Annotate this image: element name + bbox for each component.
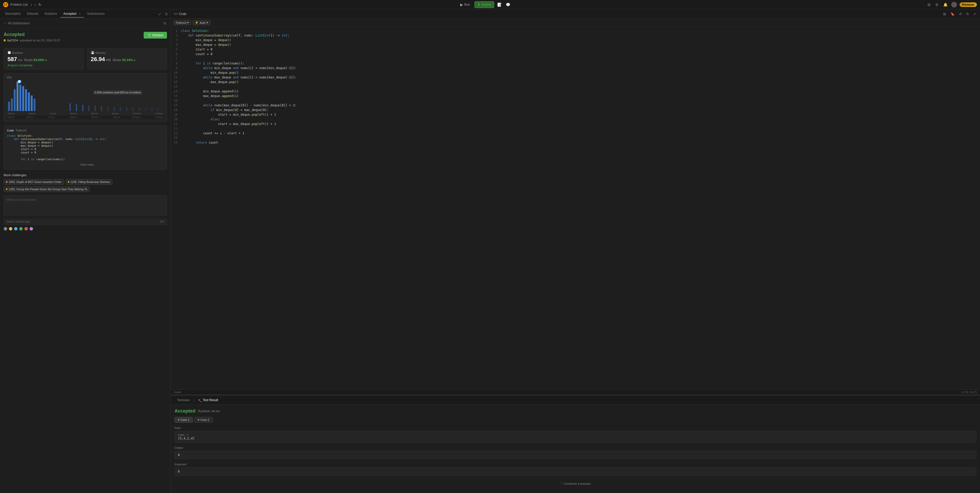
- code-line-8: 8 for i in range(len(nums)):: [171, 62, 980, 66]
- notification-icon[interactable]: 🔔: [942, 2, 949, 7]
- redo-icon[interactable]: ↻: [965, 11, 970, 17]
- tab-solutions[interactable]: Solutions: [41, 10, 60, 17]
- tab-accepted-close[interactable]: ✕: [79, 13, 81, 15]
- runtime-label: 🕐 Runtime: [8, 51, 80, 54]
- svg-rect-20: [126, 107, 127, 111]
- case-tabs: Case 1 Case 2: [175, 417, 976, 423]
- code-line-6: 6 count = 0: [171, 52, 980, 57]
- code-line-22: 22: [171, 127, 980, 132]
- code-line-13: 13: [171, 85, 980, 89]
- code-line-17: 17 while nums[max_deque[0]] - nums[min_d…: [171, 103, 980, 108]
- share-submission-icon[interactable]: ⎘: [163, 21, 167, 26]
- svg-rect-21: [132, 107, 134, 111]
- layout-toggle-icon[interactable]: ⊞: [942, 11, 947, 17]
- code-editor[interactable]: 1 class Solution: 2 def continuousSubarr…: [171, 27, 980, 390]
- memory-card: 💾 Memory 26.94 MB Beats 50.34% ●: [87, 48, 167, 70]
- code-line-3: 3 min_deque = deque(): [171, 38, 980, 43]
- avatar[interactable]: [951, 2, 957, 8]
- share-icon[interactable]: ⎘: [164, 11, 169, 17]
- memory-beats-label: Beats: [113, 58, 121, 62]
- code-line-1: 1 class Solution:: [171, 29, 980, 33]
- output-label: Output: [175, 446, 976, 449]
- view-more-link[interactable]: ⋯ View more: [7, 163, 164, 166]
- logo-icon: LC: [3, 2, 8, 7]
- tab-testcase[interactable]: Testcase: [174, 397, 192, 404]
- svg-rect-12: [76, 104, 77, 111]
- memory-label: 💾 Memory: [91, 51, 163, 54]
- notes-placeholder: Write your notes here: [6, 198, 36, 202]
- color-dot-purple[interactable]: [30, 227, 33, 231]
- expected-value-box: 8: [175, 468, 976, 476]
- color-dot-blue[interactable]: [14, 227, 18, 231]
- case-dot-1: [178, 419, 180, 421]
- main-layout: Description Editorial Solutions Accepted…: [0, 9, 980, 493]
- undo-icon[interactable]: ↺: [958, 11, 963, 17]
- code-line-15: 15 max_deque.append(i): [171, 94, 980, 99]
- challenge-tag-2[interactable]: 1282. Group the People Given the Group S…: [4, 186, 89, 192]
- play-icon: ▶: [460, 3, 463, 7]
- code-line-12: 12 max_deque.pop(): [171, 80, 980, 85]
- submissions-header: ← All Submissions ⎘: [0, 19, 170, 28]
- auto-selector[interactable]: ⚡ Auto ▾: [192, 20, 210, 25]
- color-dot-green[interactable]: [19, 227, 23, 231]
- memory-unit: MB: [106, 58, 111, 62]
- svg-rect-2: [14, 89, 16, 111]
- svg-rect-19: [120, 107, 121, 111]
- expand-icon[interactable]: ⤢: [157, 11, 162, 17]
- tag-dot-1: [68, 181, 69, 183]
- more-challenges: More challenges 1902. Depth of BST Given…: [4, 173, 167, 192]
- submitted-by[interactable]: 8a2TiO4: [7, 39, 18, 42]
- svg-rect-6: [25, 89, 27, 111]
- solution-button[interactable]: 🔬 Solution: [144, 32, 167, 38]
- svg-rect-13: [82, 105, 83, 111]
- color-dot-red[interactable]: [24, 227, 28, 231]
- svg-rect-22: [139, 108, 140, 111]
- nav-refresh-button[interactable]: ↻: [37, 2, 43, 7]
- premium-button[interactable]: Premium: [959, 2, 977, 7]
- submit-button[interactable]: ⬆ Submit: [474, 1, 494, 8]
- color-dots-row: [4, 227, 167, 231]
- challenge-tag-1[interactable]: 1105. Filling Bookcase Shelves: [65, 179, 112, 185]
- nav-back-button[interactable]: ‹: [30, 2, 33, 7]
- code-line-18: 18 if min_deque[0] < max_deque[0]:: [171, 108, 980, 113]
- layout-icon[interactable]: ⊞: [926, 2, 932, 7]
- tab-test-result[interactable]: >_ Test Result: [195, 397, 221, 404]
- bookmark-icon[interactable]: 🔖: [949, 11, 956, 17]
- tags-placeholder[interactable]: Select related tags: [6, 220, 30, 223]
- svg-rect-1: [11, 99, 13, 111]
- settings-icon[interactable]: ⚙: [934, 2, 940, 7]
- submit-icon: ⬆: [477, 3, 480, 7]
- case-tab-1[interactable]: Case 1: [175, 417, 193, 423]
- run-button[interactable]: ▶ Run: [458, 2, 473, 8]
- chat-icon[interactable]: 💬: [505, 2, 511, 7]
- svg-point-10: [18, 80, 21, 83]
- color-dot-gray[interactable]: [4, 227, 7, 231]
- tab-submissions[interactable]: Submissions: [84, 10, 108, 17]
- tag-dot-0: [6, 181, 8, 183]
- nav-forward-button[interactable]: ›: [33, 2, 37, 7]
- runtime-value: 587: [8, 56, 17, 62]
- runtime-card: 🕐 Runtime 587 ms Beats 84.69% ● Analyze …: [4, 48, 84, 70]
- chevron-down-icon-2: ▾: [207, 21, 208, 24]
- case-tab-2[interactable]: Case 2: [194, 417, 213, 423]
- bottom-panel: Testcase | >_ Test Result Accepted Runti…: [171, 394, 980, 493]
- notes-area[interactable]: Write your notes here: [4, 195, 167, 216]
- svg-rect-16: [101, 106, 102, 111]
- nav-left: LC Problem List ‹ › ↻: [3, 2, 43, 7]
- runtime-chart: 10%: [4, 73, 167, 122]
- case-dot-2: [198, 419, 199, 421]
- color-dot-yellow[interactable]: [9, 227, 13, 231]
- tab-accepted[interactable]: Accepted ✕: [60, 10, 84, 17]
- svg-rect-11: [70, 103, 71, 111]
- analyze-link[interactable]: Analyze Complexity: [8, 64, 80, 67]
- challenge-tag-0[interactable]: 1902. Depth of BST Given Insertion Order: [4, 179, 64, 185]
- tab-editorial[interactable]: Editorial: [24, 10, 41, 17]
- contribute-link[interactable]: ♡ Contribute a testcase: [175, 479, 976, 488]
- tab-description[interactable]: Description: [2, 10, 24, 17]
- fullscreen-icon[interactable]: ⤢: [972, 11, 977, 17]
- language-selector[interactable]: Python3 ▾: [173, 20, 191, 25]
- notes-icon[interactable]: 📝: [496, 2, 503, 7]
- challenge-tags: 1902. Depth of BST Given Insertion Order…: [4, 179, 167, 185]
- back-to-submissions[interactable]: ← All Submissions: [4, 21, 30, 25]
- tab-bar-actions: ⤢ ⎘: [157, 11, 169, 17]
